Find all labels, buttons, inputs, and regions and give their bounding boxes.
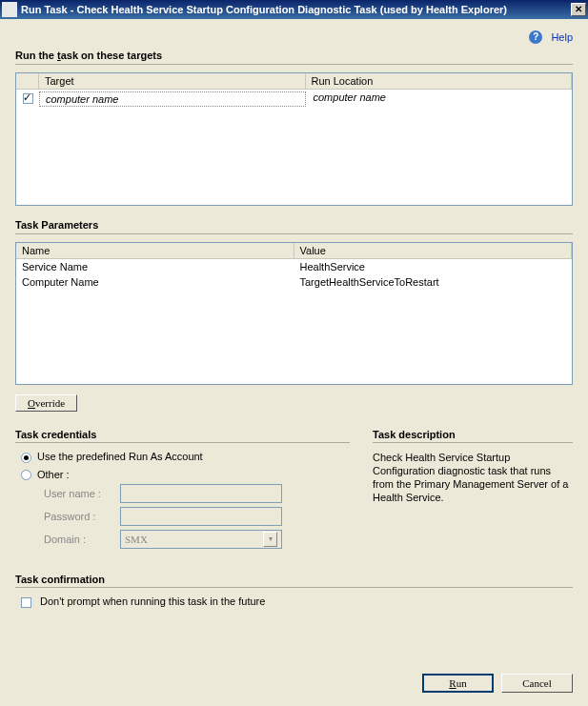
description-heading: Task description: [373, 429, 573, 440]
table-row[interactable]: computer name computer name: [16, 90, 572, 109]
table-row[interactable]: Service Name HealthService: [16, 259, 572, 274]
credentials-heading: Task credentials: [15, 429, 350, 440]
col-value[interactable]: Value: [294, 243, 573, 258]
radio-other[interactable]: Other :: [21, 469, 350, 481]
target-checkbox[interactable]: [23, 93, 33, 104]
confirm-checkbox[interactable]: [21, 597, 31, 608]
description-text: Check Health Service Startup Configurati…: [373, 451, 573, 504]
cancel-button[interactable]: Cancel: [501, 674, 573, 693]
radio-icon[interactable]: [21, 453, 31, 463]
params-header: Name Value: [16, 243, 572, 259]
col-target[interactable]: Target: [39, 73, 306, 89]
targets-header: Target Run Location: [16, 73, 572, 90]
username-label: User name :: [44, 488, 120, 499]
override-button[interactable]: Override: [15, 394, 77, 412]
radio-predefined[interactable]: Use the predefined Run As Account: [21, 451, 350, 463]
chevron-down-icon: ▾: [263, 532, 277, 547]
confirmation-heading: Task confirmation: [15, 574, 573, 585]
run-button[interactable]: Run: [422, 674, 494, 693]
close-button[interactable]: ✕: [571, 3, 586, 16]
targets-heading: Run the task on these targets: [15, 50, 573, 61]
col-name[interactable]: Name: [16, 243, 294, 258]
password-field: [120, 507, 282, 526]
username-field: [120, 484, 282, 503]
domain-label: Domain :: [44, 534, 120, 545]
confirm-checkbox-row[interactable]: Don't prompt when running this task in t…: [21, 595, 573, 608]
titlebar: Run Task - Check Health Service Startup …: [0, 0, 588, 19]
window-icon: [2, 2, 17, 17]
col-location[interactable]: Run Location: [306, 73, 573, 89]
params-list[interactable]: Name Value Service Name HealthService Co…: [15, 242, 573, 385]
radio-icon[interactable]: [21, 470, 31, 480]
password-label: Password :: [44, 511, 120, 522]
targets-list[interactable]: Target Run Location computer name comput…: [15, 72, 573, 206]
domain-combo: SMX ▾: [120, 530, 282, 549]
params-heading: Task Parameters: [15, 219, 573, 231]
window-title: Run Task - Check Health Service Startup …: [21, 4, 571, 15]
help-icon[interactable]: ?: [529, 30, 542, 44]
help-link[interactable]: Help: [551, 31, 573, 43]
table-row[interactable]: Computer Name TargetHealthServiceToResta…: [16, 274, 572, 290]
